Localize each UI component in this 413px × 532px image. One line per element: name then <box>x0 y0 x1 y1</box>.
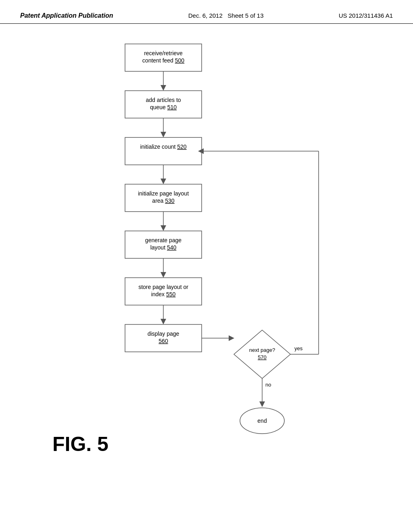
no-label: no <box>265 382 271 388</box>
svg-marker-42 <box>259 401 265 407</box>
svg-text:next page?: next page? <box>249 347 275 353</box>
flowchart-svg: receive/retrieve content feed 500 add ar… <box>0 24 413 528</box>
svg-text:queue 510: queue 510 <box>150 104 177 110</box>
yes-label: yes <box>294 345 303 351</box>
node-end: end <box>240 408 284 434</box>
publication-title: Patent Application Publication <box>20 12 113 19</box>
flowchart-area: receive/retrieve content feed 500 add ar… <box>0 24 413 528</box>
node-540: generate page layout 540 <box>125 231 202 258</box>
node-550: store page layout or index 550 <box>125 278 202 305</box>
svg-text:display page: display page <box>148 330 179 337</box>
svg-text:receive/retrieve: receive/retrieve <box>144 50 183 56</box>
svg-text:content feed 500: content feed 500 <box>142 57 185 64</box>
svg-rect-10 <box>125 137 202 165</box>
svg-marker-33 <box>229 335 234 341</box>
node-510: add articles to queue 510 <box>125 91 202 118</box>
svg-text:index 550: index 550 <box>151 291 176 297</box>
node-570: next page? 570 <box>234 330 290 378</box>
header-center: Dec. 6, 2012 Sheet 5 of 13 <box>188 12 264 19</box>
header: Patent Application Publication Dec. 6, 2… <box>0 0 413 24</box>
svg-text:generate page: generate page <box>145 237 182 243</box>
svg-text:560: 560 <box>159 338 168 344</box>
svg-marker-18 <box>161 225 166 231</box>
sheet-info: Sheet 5 of 13 <box>227 12 263 19</box>
svg-marker-9 <box>161 132 166 137</box>
node-530: initialize page layout area 530 <box>125 184 202 212</box>
svg-text:initialize page layout: initialize page layout <box>138 190 189 197</box>
node-560: display page 560 <box>125 324 202 352</box>
svg-marker-13 <box>161 179 166 184</box>
svg-text:570: 570 <box>258 354 267 360</box>
svg-text:add articles to: add articles to <box>146 97 181 103</box>
svg-text:initialize count 520: initialize count 520 <box>140 143 186 150</box>
svg-text:area 530: area 530 <box>152 197 174 204</box>
node-520: initialize count 520 <box>125 137 202 165</box>
patent-number: US 2012/311436 A1 <box>339 12 393 19</box>
svg-text:store page layout or: store page layout or <box>138 284 188 290</box>
svg-text:end: end <box>257 418 267 424</box>
svg-text:layout 540: layout 540 <box>150 244 177 251</box>
node-500: receive/retrieve content feed 500 <box>125 44 202 71</box>
svg-marker-28 <box>161 319 166 324</box>
publication-date: Dec. 6, 2012 <box>188 12 223 19</box>
fig-label: FIG. 5 <box>52 433 108 455</box>
svg-marker-23 <box>161 272 166 278</box>
svg-marker-4 <box>161 85 166 91</box>
